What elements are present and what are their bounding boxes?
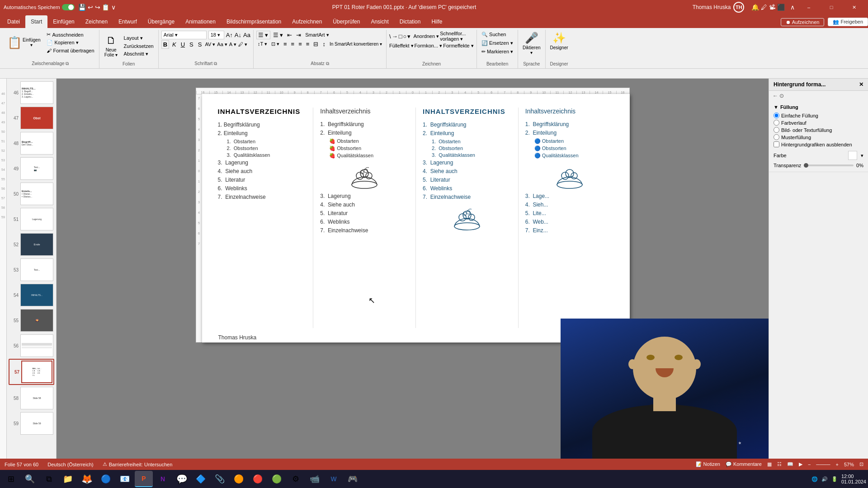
slide-thumb-52[interactable]: 52 Ende bbox=[9, 232, 54, 257]
col-button[interactable]: ⊟ bbox=[312, 40, 320, 48]
textdir-button[interactable]: ↕T ▾ bbox=[256, 41, 269, 47]
checkbox-hintergrund[interactable]: Hintergrundgrafiken ausblenden bbox=[774, 141, 863, 147]
color-picker-button[interactable] bbox=[848, 151, 857, 160]
panel-back[interactable]: ← ⊙ bbox=[769, 91, 868, 101]
highlight-button[interactable]: 🖊 ▾ bbox=[238, 42, 247, 47]
shape-oval[interactable]: ○ bbox=[403, 33, 407, 40]
slide-thumb-57[interactable]: 57 INH... 1.B2.E3.L Inh... 1.B2.E bbox=[9, 359, 54, 385]
increase-font-button[interactable]: A↑ bbox=[226, 32, 233, 38]
decrease-font-button[interactable]: A↓ bbox=[235, 32, 241, 38]
slide-thumb-50[interactable]: 50 Einteilu... • Obstar... • Obstso... bbox=[9, 182, 54, 206]
slide-thumb-59[interactable]: 59 Slide 59 bbox=[9, 411, 54, 436]
quick-styles-button[interactable]: Schnellfor...vorlagen ▾ bbox=[440, 31, 466, 42]
tab-datei[interactable]: Datei bbox=[2, 15, 25, 28]
volume-icon[interactable]: 🔊 bbox=[821, 476, 828, 482]
tab-ansicht[interactable]: Ansicht bbox=[365, 15, 394, 28]
explorer-button[interactable]: 📁 bbox=[59, 471, 77, 487]
tab-bildschirm[interactable]: Bildschirmpräsentation bbox=[221, 15, 287, 28]
slide-thumb-55[interactable]: 55 🌄 bbox=[9, 308, 54, 333]
increase-indent-button[interactable]: ⇥ bbox=[295, 31, 302, 39]
tab-ueberpruefen[interactable]: Überprüfen bbox=[327, 15, 365, 28]
app-btn-1[interactable]: 🔷 bbox=[192, 471, 210, 487]
font-color-button[interactable]: A ▾ bbox=[229, 42, 236, 47]
decrease-indent-button[interactable]: ⇤ bbox=[286, 31, 293, 39]
powerpoint-button[interactable]: P bbox=[135, 471, 153, 487]
ribbon-toggle[interactable]: ∧ bbox=[790, 4, 795, 11]
fuellung-title[interactable]: ▼ Füllung bbox=[774, 104, 863, 110]
word-button[interactable]: W bbox=[325, 471, 343, 487]
tab-dictation[interactable]: Dictation bbox=[394, 15, 426, 28]
cut-button[interactable]: ✂Ausschneiden bbox=[45, 31, 96, 38]
radio-farbverlauf[interactable]: Farbverlauf bbox=[774, 120, 863, 126]
tab-start[interactable]: Start bbox=[25, 15, 47, 28]
zoom-slider[interactable]: ──── bbox=[816, 462, 830, 467]
textalign-button[interactable]: ⊡ ▾ bbox=[270, 41, 281, 47]
battery-icon[interactable]: 🔋 bbox=[831, 476, 838, 482]
list-bullet-button[interactable]: ☰ ▾ bbox=[256, 31, 270, 39]
teams-button[interactable]: 💬 bbox=[173, 471, 191, 487]
app-btn-6[interactable]: ⚙ bbox=[287, 471, 305, 487]
app-btn-5[interactable]: 🟢 bbox=[268, 471, 286, 487]
format-transfer-button[interactable]: 🖌Format übertragen bbox=[45, 47, 96, 54]
comments-button[interactable]: 💬 Kommentare bbox=[726, 461, 762, 467]
paste-button[interactable]: 📋 Einfügen ▾ bbox=[5, 34, 43, 52]
slide-thumb-46[interactable]: 46 INHALTS... 1. Begriff... 2. Einteilu.… bbox=[9, 80, 54, 105]
zuruecksetzen-button[interactable]: Zurücksetzen bbox=[122, 42, 156, 50]
slide-thumb-53[interactable]: 53 Text... bbox=[9, 258, 54, 282]
tab-zeichnen[interactable]: Zeichnen bbox=[80, 15, 113, 28]
font-family-select[interactable]: Arial ▾ bbox=[161, 31, 207, 39]
align-left-button[interactable]: ≡ bbox=[282, 40, 288, 48]
canvas-area[interactable]: 16 15 14 13 12 11 10 9 8 7 6 5 4 3 2 1 0… bbox=[57, 79, 769, 459]
shadow-button[interactable]: S bbox=[197, 41, 203, 48]
outline-button[interactable]: Formkon... ▾ bbox=[415, 43, 443, 49]
align-right-button[interactable]: ≡ bbox=[297, 40, 303, 48]
linespace-button[interactable]: ↕ bbox=[321, 40, 327, 48]
slide-thumb-48[interactable]: 48 Begriff... Def: Obst... bbox=[9, 131, 54, 155]
shape-line[interactable]: \ bbox=[389, 33, 391, 40]
diktieren-button[interactable]: 🎤 Diktieren▾ bbox=[521, 31, 542, 56]
network-icon[interactable]: 🌐 bbox=[811, 476, 818, 482]
abschnitt-button[interactable]: Abschnitt ▾ bbox=[122, 50, 156, 58]
shape-more[interactable]: ▾ bbox=[407, 33, 410, 40]
smartart-button[interactable]: SmartArt ▾ bbox=[304, 32, 330, 38]
smartart2-button[interactable]: In SmartArt konvertieren ▾ bbox=[328, 41, 383, 47]
maximize-button[interactable]: □ bbox=[821, 0, 842, 14]
close-button[interactable]: ✕ bbox=[844, 0, 864, 14]
clear-format-button[interactable]: Aa bbox=[243, 32, 250, 38]
panel-close-button[interactable]: ✕ bbox=[859, 81, 863, 88]
tab-entwurf[interactable]: Entwurf bbox=[113, 15, 142, 28]
italic-button[interactable]: K bbox=[171, 41, 178, 48]
ersetzen-button[interactable]: 🔄 Ersetzen ▾ bbox=[480, 39, 515, 47]
markieren-button[interactable]: ✏ Markieren ▾ bbox=[480, 48, 515, 56]
bold-button[interactable]: B bbox=[161, 40, 169, 49]
video-app-button[interactable]: 📹 bbox=[306, 471, 324, 487]
tab-aufzeichnen[interactable]: Aufzeichnen bbox=[287, 15, 327, 28]
shape-rect[interactable]: □ bbox=[399, 33, 402, 40]
game-button[interactable]: 🎮 bbox=[344, 471, 362, 487]
view-outline[interactable]: ☷ bbox=[777, 461, 782, 467]
chrome-button[interactable]: 🔵 bbox=[97, 471, 115, 487]
strikethrough-button[interactable]: S bbox=[188, 41, 195, 48]
shape-arrow[interactable]: → bbox=[392, 33, 398, 40]
tab-einfuegen[interactable]: Einfügen bbox=[47, 15, 80, 28]
justify-button[interactable]: ≡ bbox=[305, 40, 311, 48]
list-number-button[interactable]: ☰ ▾ bbox=[272, 31, 285, 39]
slide-thumb-54[interactable]: 54 INHALTS... bbox=[9, 283, 54, 307]
layout-button[interactable]: Layout ▾ bbox=[122, 34, 156, 42]
slide-thumb-51[interactable]: 51 Lagerung bbox=[9, 207, 54, 231]
freigeben-button[interactable]: 👥 Freigeben bbox=[828, 18, 868, 26]
tab-animationen[interactable]: Animationen bbox=[180, 15, 221, 28]
suchen-button[interactable]: 🔍 Suchen bbox=[480, 31, 515, 38]
slide[interactable]: INHALTSVERZEICHNIS 1. Begriffsklärung 2.… bbox=[202, 94, 630, 343]
radio-einfache-fuellung[interactable]: Einfache Füllung bbox=[774, 113, 863, 118]
clock[interactable]: 12:0001.01.2024 bbox=[841, 474, 866, 484]
slide-thumb-58[interactable]: 58 Slide 58 bbox=[9, 386, 54, 410]
effect-button[interactable]: Formeffekte ▾ bbox=[443, 43, 474, 49]
view-slideshow[interactable]: ▶ bbox=[799, 461, 802, 467]
tab-uebergaenge[interactable]: Übergänge bbox=[142, 15, 180, 28]
slide-thumb-49[interactable]: 49 Text... 📷 bbox=[9, 156, 54, 181]
fill-button[interactable]: Fülleffekt ▾ bbox=[389, 43, 414, 49]
app-btn-2[interactable]: 📎 bbox=[211, 471, 229, 487]
view-reading[interactable]: 📖 bbox=[787, 461, 793, 467]
tab-hilfe[interactable]: Hilfe bbox=[426, 15, 448, 28]
